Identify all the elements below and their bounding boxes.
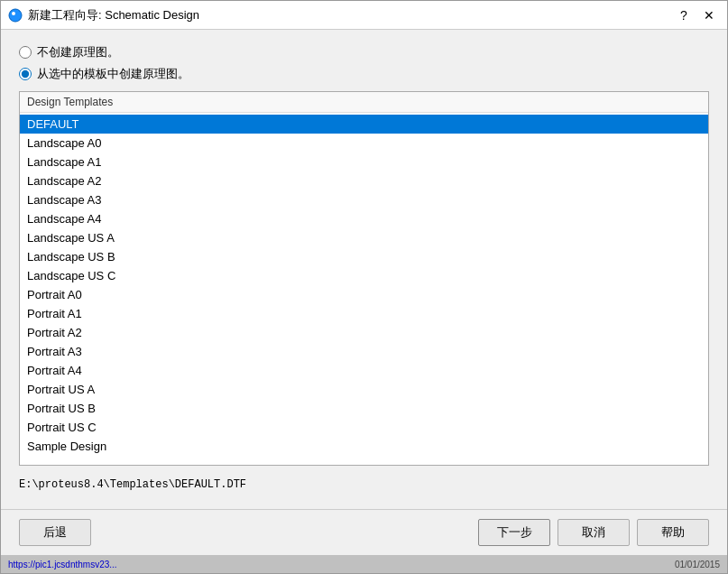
radio-from-template-label: 从选中的模板中创建原理图。 — [37, 66, 189, 82]
list-item[interactable]: Portrait US C — [20, 418, 708, 437]
list-item[interactable]: Landscape A0 — [20, 134, 708, 153]
svg-point-0 — [9, 9, 22, 22]
footer-left: 后退 — [19, 519, 91, 546]
close-button[interactable]: ✕ — [698, 5, 720, 26]
dialog: 新建工程向导: Schematic Design ? ✕ 不创建原理图。 从选中… — [0, 0, 728, 574]
list-item[interactable]: Portrait A0 — [20, 285, 708, 304]
footer-right: 下一步 取消 帮助 — [478, 519, 709, 546]
list-item[interactable]: Landscape A3 — [20, 190, 708, 209]
help-button[interactable]: ? — [673, 5, 695, 26]
dialog-footer: 后退 下一步 取消 帮助 — [1, 509, 727, 555]
list-item[interactable]: Portrait A3 — [20, 342, 708, 361]
radio-no-schematic-input[interactable] — [19, 46, 32, 59]
status-bar: https://pic1.jcsdnthmsv23... 01/01/2015 — [1, 555, 727, 573]
list-item[interactable]: Landscape A1 — [20, 153, 708, 171]
app-icon — [8, 8, 23, 23]
template-list-section: Design Templates DEFAULTLandscape A0Land… — [19, 91, 709, 466]
cancel-button[interactable]: 取消 — [558, 519, 630, 546]
list-item[interactable]: Landscape US B — [20, 247, 708, 266]
list-item[interactable]: Landscape A2 — [20, 171, 708, 190]
window-controls: ? ✕ — [673, 5, 720, 26]
list-item[interactable]: Portrait A2 — [20, 323, 708, 342]
list-item[interactable]: Landscape US C — [20, 266, 708, 285]
radio-no-schematic-label: 不创建原理图。 — [37, 44, 119, 60]
list-item[interactable]: DEFAULT — [20, 115, 708, 134]
dialog-content: 不创建原理图。 从选中的模板中创建原理图。 Design Templates D… — [1, 30, 727, 509]
list-item[interactable]: Portrait US A — [20, 380, 708, 399]
back-button[interactable]: 后退 — [19, 519, 91, 546]
template-list-body[interactable]: DEFAULTLandscape A0Landscape A1Landscape… — [20, 113, 708, 465]
list-item[interactable]: Landscape US A — [20, 228, 708, 247]
status-right: 01/01/2015 — [675, 560, 720, 569]
radio-no-schematic[interactable]: 不创建原理图。 — [19, 44, 709, 60]
radio-group: 不创建原理图。 从选中的模板中创建原理图。 — [19, 44, 709, 82]
list-item[interactable]: Portrait A4 — [20, 361, 708, 380]
list-item[interactable]: Portrait A1 — [20, 304, 708, 323]
list-header: Design Templates — [20, 92, 708, 113]
title-bar: 新建工程向导: Schematic Design ? ✕ — [1, 1, 727, 30]
status-left: https://pic1.jcsdnthmsv23... — [8, 560, 675, 569]
dialog-title: 新建工程向导: Schematic Design — [28, 7, 673, 23]
radio-from-template-input[interactable] — [19, 68, 32, 80]
list-item[interactable]: Sample Design — [20, 437, 708, 456]
list-item[interactable]: Landscape A4 — [20, 209, 708, 228]
help-footer-button[interactable]: 帮助 — [637, 519, 709, 546]
radio-from-template[interactable]: 从选中的模板中创建原理图。 — [19, 66, 709, 82]
next-button[interactable]: 下一步 — [478, 519, 550, 546]
selected-path: E:\proteus8.4\Templates\DEFAULT.DTF — [19, 475, 709, 495]
svg-point-1 — [12, 12, 15, 15]
list-item[interactable]: Portrait US B — [20, 399, 708, 418]
